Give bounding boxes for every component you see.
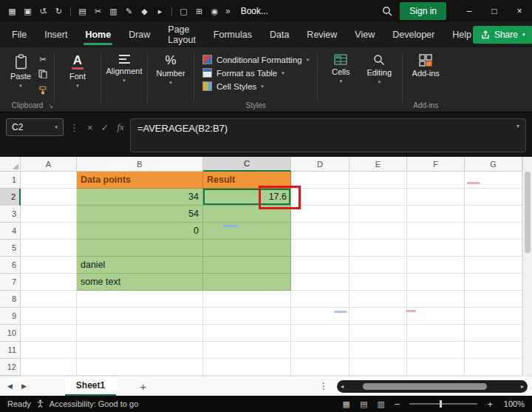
zoom-out-icon[interactable]: − bbox=[395, 399, 400, 409]
row-header-1[interactable]: 1 bbox=[0, 172, 21, 189]
cell-D7[interactable] bbox=[291, 274, 349, 291]
cell-F4[interactable] bbox=[407, 223, 465, 240]
cell-E4[interactable] bbox=[349, 223, 407, 240]
format-painter-icon[interactable] bbox=[38, 86, 47, 96]
ribbon-button-cell-styles[interactable]: Cell Styles▾ bbox=[202, 81, 309, 91]
clipboard-icon[interactable]: ▤ bbox=[75, 7, 90, 16]
editing-button[interactable]: Editing ▾ bbox=[360, 52, 398, 85]
cell-E7[interactable] bbox=[349, 274, 407, 291]
insert-function-icon[interactable]: fx bbox=[117, 121, 124, 133]
cell-E2[interactable] bbox=[349, 189, 407, 206]
formula-bar-expand-icon[interactable]: ▾ bbox=[516, 123, 519, 129]
cell-A9[interactable] bbox=[21, 308, 77, 325]
row-header-8[interactable]: 8 bbox=[0, 291, 21, 308]
cut-icon[interactable]: ✂ bbox=[39, 55, 46, 64]
vertical-scrollbar[interactable] bbox=[522, 157, 532, 376]
sheet-tab-sheet1[interactable]: Sheet1 bbox=[65, 376, 116, 396]
cut-icon[interactable]: ✂ bbox=[90, 7, 106, 16]
menu-tab-home[interactable]: Home bbox=[83, 22, 112, 47]
accessibility-status[interactable]: Accessibility: Good to go bbox=[50, 399, 138, 408]
search-icon[interactable] bbox=[382, 6, 392, 16]
page-break-view-icon[interactable]: ▥ bbox=[377, 399, 384, 409]
cell-E3[interactable] bbox=[349, 206, 407, 223]
cell-C5[interactable] bbox=[203, 240, 291, 257]
cell-B10[interactable] bbox=[77, 325, 203, 342]
column-header-B[interactable]: B bbox=[77, 157, 203, 172]
cell-B7[interactable]: some text bbox=[77, 274, 203, 291]
menu-tab-formulas[interactable]: Formulas bbox=[212, 22, 253, 47]
cell-D3[interactable] bbox=[291, 206, 349, 223]
paste-icon[interactable]: ▥ bbox=[106, 7, 121, 16]
tab-options-icon[interactable]: ⋮ bbox=[313, 381, 334, 391]
new-file-icon[interactable]: ▢ bbox=[176, 7, 191, 16]
row-header-2[interactable]: 2 bbox=[0, 189, 21, 206]
cell-G5[interactable] bbox=[465, 240, 522, 257]
accessibility-icon[interactable] bbox=[36, 399, 44, 409]
cell-C10[interactable] bbox=[203, 325, 291, 342]
zoom-level[interactable]: 100% bbox=[502, 399, 525, 408]
format-painter-icon[interactable]: ◆ bbox=[137, 7, 152, 16]
save-icon[interactable]: ▣ bbox=[20, 7, 35, 16]
cell-G6[interactable] bbox=[465, 257, 522, 274]
pointer-icon[interactable]: ▸ bbox=[152, 7, 168, 16]
row-header-3[interactable]: 3 bbox=[0, 206, 21, 223]
cell-A6[interactable] bbox=[21, 257, 77, 274]
cell-A3[interactable] bbox=[21, 206, 77, 223]
cell-D11[interactable] bbox=[291, 342, 349, 359]
cell-F2[interactable] bbox=[407, 189, 465, 206]
row-header-10[interactable]: 10 bbox=[0, 325, 21, 342]
cell-E8[interactable] bbox=[349, 291, 407, 308]
cell-C2[interactable]: 17.6 bbox=[203, 189, 291, 206]
cell-D8[interactable] bbox=[291, 291, 349, 308]
cell-C4[interactable] bbox=[203, 223, 291, 240]
cell-B1[interactable]: Data points bbox=[77, 172, 203, 189]
row-header-12[interactable]: 12 bbox=[0, 359, 21, 376]
cancel-entry-icon[interactable]: × bbox=[87, 122, 93, 133]
add-sheet-button[interactable]: + bbox=[140, 381, 146, 392]
cell-C9[interactable] bbox=[203, 308, 291, 325]
cell-E11[interactable] bbox=[349, 342, 407, 359]
ribbon-button-conditional-formatting[interactable]: Conditional Formatting▾ bbox=[202, 55, 309, 64]
menu-tab-page-layout[interactable]: Page Layout bbox=[166, 22, 197, 47]
column-header-F[interactable]: F bbox=[407, 157, 465, 172]
horizontal-scrollbar-thumb[interactable] bbox=[363, 383, 487, 390]
row-header-11[interactable]: 11 bbox=[0, 342, 21, 359]
number-button[interactable]: % Number ▾ bbox=[151, 52, 190, 86]
cell-D2[interactable] bbox=[291, 189, 349, 206]
cell-A2[interactable] bbox=[21, 189, 77, 206]
name-box[interactable]: C2 ▾ bbox=[6, 118, 64, 136]
page-layout-view-icon[interactable]: ▤ bbox=[360, 399, 367, 409]
cell-G2[interactable] bbox=[465, 189, 522, 206]
scroll-right-icon[interactable]: ▸ bbox=[521, 383, 524, 390]
column-header-C[interactable]: C bbox=[203, 157, 291, 172]
cell-G10[interactable] bbox=[465, 325, 522, 342]
zoom-in-icon[interactable]: + bbox=[487, 399, 493, 409]
cell-D1[interactable] bbox=[291, 172, 349, 189]
clipboard-dialog-launcher-icon[interactable]: ↘ bbox=[48, 103, 53, 109]
cell-F8[interactable] bbox=[407, 291, 465, 308]
paste-button[interactable]: Paste ▾ bbox=[4, 52, 37, 89]
minimize-button[interactable]: – bbox=[457, 0, 482, 22]
cell-C11[interactable] bbox=[203, 342, 291, 359]
cell-E12[interactable] bbox=[349, 359, 407, 376]
cell-B8[interactable] bbox=[77, 291, 203, 308]
sign-in-button[interactable]: Sign in bbox=[400, 2, 446, 20]
cell-B12[interactable] bbox=[77, 359, 203, 376]
row-header-6[interactable]: 6 bbox=[0, 257, 21, 274]
menu-tab-developer[interactable]: Developer bbox=[391, 22, 436, 47]
cell-F5[interactable] bbox=[407, 240, 465, 257]
menu-tab-review[interactable]: Review bbox=[305, 22, 338, 47]
vertical-scrollbar-thumb[interactable] bbox=[525, 172, 531, 253]
cell-F6[interactable] bbox=[407, 257, 465, 274]
menu-tab-data[interactable]: Data bbox=[268, 22, 290, 47]
cell-E10[interactable] bbox=[349, 325, 407, 342]
next-sheet-icon[interactable]: ▶ bbox=[21, 382, 27, 390]
cell-C8[interactable] bbox=[203, 291, 291, 308]
toolbar-overflow-icon[interactable]: » bbox=[225, 6, 231, 16]
cell-A4[interactable] bbox=[21, 223, 77, 240]
cell-F10[interactable] bbox=[407, 325, 465, 342]
cell-E9[interactable] bbox=[349, 308, 407, 325]
cell-D4[interactable] bbox=[291, 223, 349, 240]
copy-icon[interactable] bbox=[38, 70, 47, 80]
cell-A7[interactable] bbox=[21, 274, 77, 291]
